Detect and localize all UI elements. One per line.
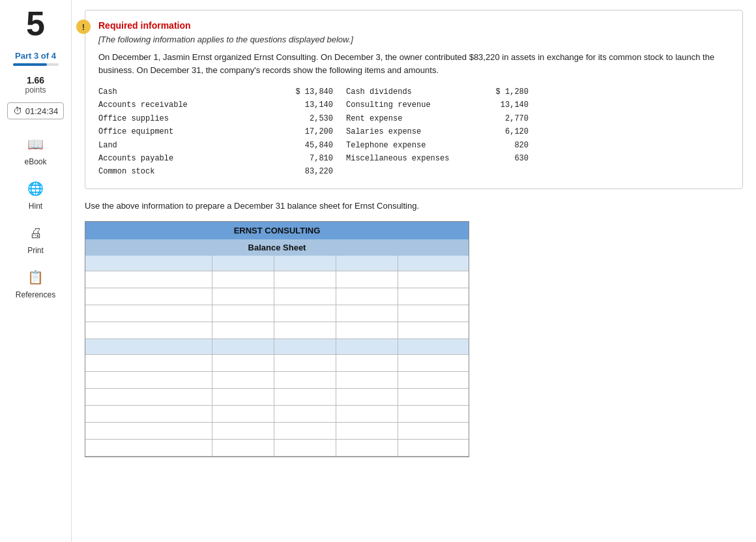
item-label: Rent expense: [346, 112, 476, 125]
item-value: 13,140: [229, 98, 346, 112]
bs-value-input[interactable]: [278, 307, 332, 316]
bs-value-input[interactable]: [402, 324, 466, 333]
bs-section-cell: [212, 339, 274, 354]
bs-value-cell: [336, 440, 398, 456]
bs-value-input[interactable]: [402, 273, 466, 282]
bs-label-cell: [85, 322, 212, 339]
bs-value-input[interactable]: [340, 324, 394, 333]
bs-value-input[interactable]: [278, 273, 332, 282]
bs-value-input[interactable]: [278, 357, 332, 366]
timer-icon: ⏱: [13, 106, 22, 116]
item-value: 2,530: [229, 112, 346, 125]
bs-value-input[interactable]: [402, 290, 466, 299]
bs-value-cell: [212, 406, 274, 422]
bs-value-input[interactable]: [402, 425, 466, 434]
bs-label-input[interactable]: [89, 408, 208, 417]
bs-value-cell: [212, 305, 274, 322]
bs-label-input[interactable]: [89, 273, 208, 282]
bs-value-input[interactable]: [216, 273, 270, 282]
bs-value-input[interactable]: [216, 391, 270, 400]
bs-value-input[interactable]: [402, 357, 466, 366]
bs-value-input[interactable]: [340, 357, 394, 366]
data-row: Land 45,840 Telephone expense 820: [98, 139, 729, 152]
bs-label-input[interactable]: [89, 374, 208, 383]
print-icon: 🖨: [24, 221, 48, 245]
bs-label-cell: [85, 440, 212, 456]
bs-value-input[interactable]: [340, 391, 394, 400]
bs-label-input[interactable]: [89, 324, 208, 333]
info-paragraph: On December 1, Jasmin Ernst organized Er…: [98, 51, 729, 76]
bs-value-cell: [212, 271, 274, 288]
ebook-button[interactable]: 📖 eBook: [24, 132, 48, 166]
references-button[interactable]: 📋 References: [16, 265, 55, 299]
hint-label: Hint: [29, 202, 42, 211]
bs-value-input[interactable]: [278, 374, 332, 383]
bs-value-input[interactable]: [278, 324, 332, 333]
bs-value-cell: [398, 389, 470, 405]
bs-value-cell: [212, 372, 274, 388]
bs-label-input[interactable]: [89, 290, 208, 299]
bs-value-input[interactable]: [402, 391, 466, 400]
bs-value-input[interactable]: [402, 408, 466, 417]
bs-section-cell: [274, 256, 336, 271]
bs-value-input[interactable]: [216, 357, 270, 366]
bs-value-cell: [212, 322, 274, 339]
bs-label-input[interactable]: [89, 442, 208, 451]
bs-section-cell: [85, 339, 212, 354]
bs-value-input[interactable]: [216, 290, 270, 299]
instruction-text: Use the above information to prepare a D…: [85, 201, 743, 211]
bs-value-input[interactable]: [278, 391, 332, 400]
item-value: 45,840: [229, 139, 346, 152]
item-label: Accounts payable: [98, 152, 229, 165]
item-value: [476, 165, 529, 178]
bs-value-input[interactable]: [278, 425, 332, 434]
bs-value-input[interactable]: [340, 442, 394, 451]
bs-value-input[interactable]: [216, 324, 270, 333]
bs-label-input[interactable]: [89, 391, 208, 400]
bs-value-input[interactable]: [216, 374, 270, 383]
item-value: $ 13,840: [229, 85, 346, 98]
bs-value-input[interactable]: [340, 408, 394, 417]
item-value: 6,120: [476, 125, 529, 138]
required-heading: Required information: [98, 20, 729, 31]
item-label: Cash: [98, 85, 229, 98]
bs-value-input[interactable]: [402, 442, 466, 451]
data-row: Office equipment 17,200 Salaries expense…: [98, 125, 729, 138]
bs-value-input[interactable]: [340, 290, 394, 299]
bs-value-input[interactable]: [340, 307, 394, 316]
bs-value-input[interactable]: [216, 307, 270, 316]
bs-value-cell: [398, 288, 470, 305]
item-label: Office supplies: [98, 112, 229, 125]
bs-value-cell: [336, 389, 398, 405]
bs-value-cell: [212, 288, 274, 305]
bs-value-input[interactable]: [216, 408, 270, 417]
bs-value-input[interactable]: [278, 442, 332, 451]
points-value: 1.66: [27, 75, 44, 85]
bs-section-header-row: [85, 256, 469, 271]
print-button[interactable]: 🖨 Print: [24, 221, 48, 255]
bs-value-input[interactable]: [340, 425, 394, 434]
bs-label-input[interactable]: [89, 307, 208, 316]
timer-box: ⏱ 01:24:34: [7, 102, 65, 119]
bs-value-cell: [398, 423, 470, 439]
bs-value-input[interactable]: [278, 408, 332, 417]
data-row: Office supplies 2,530 Rent expense 2,770: [98, 112, 729, 125]
item-label: Accounts receivable: [98, 98, 229, 112]
item-value: 7,810: [229, 152, 346, 165]
bs-value-input[interactable]: [216, 425, 270, 434]
hint-button[interactable]: 🌐 Hint: [24, 177, 48, 211]
bs-value-input[interactable]: [216, 442, 270, 451]
bs-label-input[interactable]: [89, 357, 208, 366]
bs-value-cell: [336, 372, 398, 388]
bs-value-cell: [274, 305, 336, 322]
bs-value-input[interactable]: [278, 290, 332, 299]
bs-input-row: [85, 288, 469, 305]
info-box: ! Required information [The following in…: [85, 10, 743, 189]
bs-value-input[interactable]: [340, 273, 394, 282]
bs-value-input[interactable]: [402, 307, 466, 316]
bs-company-name: ERNST CONSULTING: [85, 222, 469, 239]
bs-label-input[interactable]: [89, 425, 208, 434]
bs-value-input[interactable]: [340, 374, 394, 383]
item-label: Miscellaneous expenses: [346, 152, 476, 165]
bs-value-input[interactable]: [402, 374, 466, 383]
